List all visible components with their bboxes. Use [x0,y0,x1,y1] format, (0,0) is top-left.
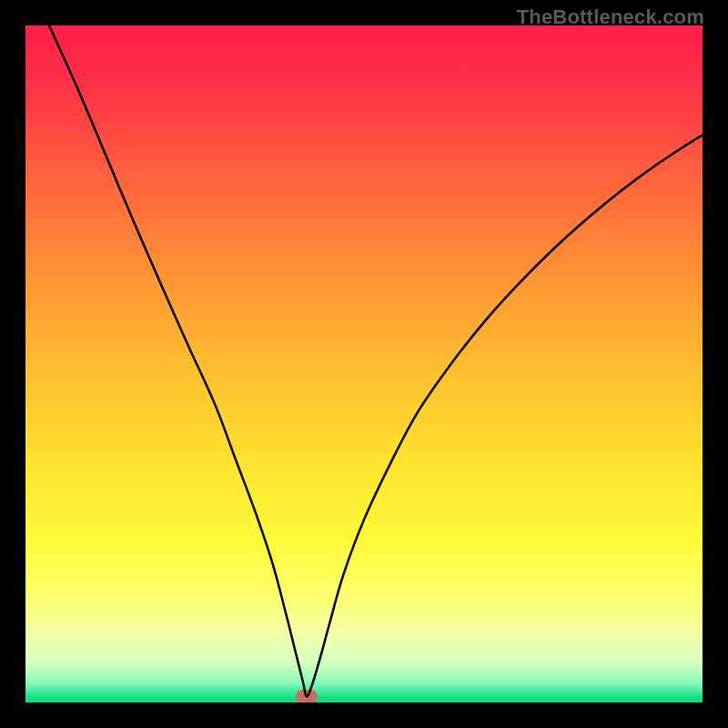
bottleneck-curve [25,25,703,703]
plot-area [25,25,703,703]
watermark-text: TheBottleneck.com [517,5,704,29]
chart-frame: TheBottleneck.com [0,0,728,728]
